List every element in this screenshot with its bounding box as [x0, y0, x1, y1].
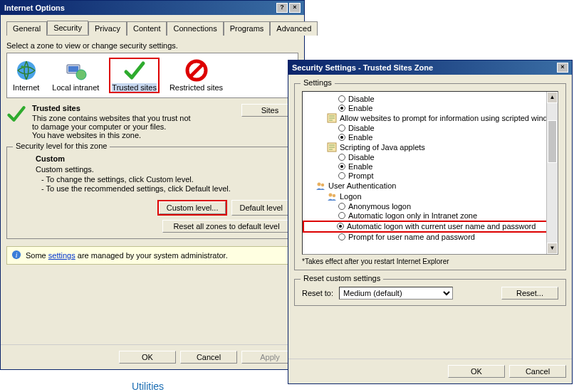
info-text: Some settings are managed by your system…	[26, 251, 228, 260]
tab-general[interactable]: General	[6, 21, 47, 36]
cancel-button[interactable]: Cancel	[509, 365, 566, 378]
svg-point-12	[329, 194, 333, 197]
security-level-group: Security level for this zone Custom Cust…	[6, 147, 298, 239]
info-icon: i	[11, 250, 21, 261]
window-title: Security Settings - Trusted Sites Zone	[292, 63, 433, 72]
settings-tree[interactable]: Disable Enable Allow websites to prompt …	[302, 91, 558, 255]
reset-all-zones-button[interactable]: Reset all zones to default level	[162, 220, 291, 233]
option-anonymous-logon[interactable]: Anonymous logon	[304, 202, 556, 211]
zone-select-label: Select a zone to view or change security…	[6, 41, 298, 50]
script-icon	[327, 113, 337, 123]
tab-connections[interactable]: Connections	[167, 21, 223, 36]
zones-list: Internet Local intranet Trusted sites Re…	[6, 53, 298, 98]
tabs: General Security Privacy Content Connect…	[6, 21, 298, 36]
reset-to-select[interactable]: Medium (default)	[339, 287, 453, 300]
settings-legend: Settings	[301, 78, 335, 87]
option-prompt-credentials[interactable]: Prompt for user name and password	[304, 233, 556, 242]
globe-icon	[15, 59, 38, 82]
no-entry-icon	[185, 59, 208, 82]
reset-group: Reset custom settings Reset to: Medium (…	[294, 279, 566, 306]
level-title: Custom	[36, 154, 291, 163]
info-settings-link[interactable]: settings	[48, 251, 75, 260]
level-line-a: - To change the settings, click Custom l…	[41, 175, 291, 184]
checkmark-large-icon	[6, 104, 26, 139]
computer-globe-icon	[64, 59, 87, 82]
default-level-button[interactable]: Default level	[231, 200, 291, 216]
help-button[interactable]: ?	[276, 3, 288, 13]
option-prompt[interactable]: Prompt	[304, 171, 556, 181]
option-auto-intranet[interactable]: Automatic logon only in Intranet zone	[304, 211, 556, 221]
scroll-up-icon[interactable]: ▲	[547, 92, 558, 103]
tab-programs[interactable]: Programs	[224, 21, 271, 36]
svg-point-10	[318, 183, 321, 186]
zone-local-intranet[interactable]: Local intranet	[49, 58, 102, 93]
option-disable[interactable]: Disable	[304, 95, 556, 104]
level-line-b: - To use the recommended settings, click…	[41, 184, 291, 193]
titlebar-security-settings: Security Settings - Trusted Sites Zone ×	[288, 60, 572, 75]
stray-utilities-text: Utilities	[132, 381, 164, 392]
reset-legend: Reset custom settings	[301, 274, 383, 282]
trusted-description: Trusted sites This zone contains website…	[32, 104, 196, 139]
users-icon	[315, 181, 325, 191]
svg-rect-2	[68, 66, 78, 72]
ok-button[interactable]: OK	[119, 351, 176, 364]
trusted-heading: Trusted sites	[32, 104, 196, 112]
option-disable[interactable]: Disable	[304, 124, 556, 133]
category-logon: Logon	[304, 191, 556, 202]
svg-line-5	[190, 64, 203, 77]
scroll-thumb[interactable]	[548, 120, 557, 163]
option-enable[interactable]: Enable	[304, 133, 556, 142]
checkmark-icon	[123, 59, 146, 82]
zone-internet[interactable]: Internet	[10, 58, 42, 93]
svg-text:i: i	[16, 251, 18, 259]
close-button[interactable]: ×	[289, 3, 301, 13]
trusted-line2: You have websites in this zone.	[32, 131, 196, 139]
internet-options-window: Internet Options ? × General Security Pr…	[0, 0, 305, 370]
option-enable[interactable]: Enable	[304, 104, 556, 113]
ok-button[interactable]: OK	[448, 365, 505, 378]
option-enable[interactable]: Enable	[304, 162, 556, 171]
svg-point-11	[321, 184, 324, 186]
scrollbar[interactable]: ▲ ▼	[546, 92, 558, 254]
tab-advanced[interactable]: Advanced	[270, 21, 318, 36]
custom-level-button[interactable]: Custom level...	[159, 201, 226, 214]
svg-point-0	[17, 61, 36, 80]
cancel-button[interactable]: Cancel	[180, 351, 237, 364]
window-title: Internet Options	[4, 4, 65, 12]
script-icon	[327, 142, 337, 152]
users-icon	[327, 191, 337, 201]
tab-security[interactable]: Security	[47, 21, 88, 35]
category-user-auth: User Authentication	[304, 181, 556, 191]
restart-footnote: *Takes effect after you restart Internet…	[302, 258, 558, 265]
close-button[interactable]: ×	[557, 63, 568, 73]
reset-to-label: Reset to:	[302, 289, 333, 297]
svg-point-3	[76, 70, 86, 80]
tab-content[interactable]: Content	[127, 21, 167, 36]
trusted-line1: This zone contains websites that you tru…	[32, 114, 196, 131]
security-settings-window: Security Settings - Trusted Sites Zone ×…	[288, 60, 573, 384]
svg-point-13	[333, 194, 335, 197]
scroll-down-icon[interactable]: ▼	[547, 243, 558, 254]
category-java-scripting: Scripting of Java applets	[304, 142, 556, 153]
titlebar-internet-options: Internet Options ? ×	[1, 1, 304, 15]
reset-button[interactable]: Reset...	[501, 287, 558, 300]
zone-restricted-sites[interactable]: Restricted sites	[167, 58, 226, 93]
info-bar: i Some settings are managed by your syst…	[6, 246, 298, 265]
level-sub: Custom settings.	[36, 165, 291, 174]
option-disable[interactable]: Disable	[304, 153, 556, 162]
zone-trusted-sites[interactable]: Trusted sites	[109, 58, 160, 93]
tab-privacy[interactable]: Privacy	[88, 21, 127, 36]
security-level-legend: Security level for this zone	[13, 142, 110, 150]
settings-group: Settings Disable Enable Allow websites t…	[294, 83, 566, 270]
option-auto-current-user[interactable]: Automatic logon with current user name a…	[303, 221, 558, 233]
category-allow-prompt: Allow websites to prompt for information…	[304, 113, 556, 124]
